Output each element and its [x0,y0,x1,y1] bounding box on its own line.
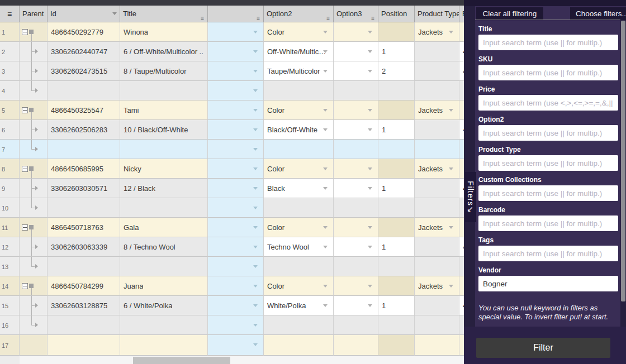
grid-cell-blank[interactable] [208,159,264,179]
grid-cell-blank[interactable] [208,198,264,218]
cell-dropdown-arrow-icon[interactable] [253,343,258,346]
collapse-toggle-icon[interactable] [22,224,28,231]
grid-cell-rownum[interactable]: 8 [0,159,20,179]
grid-cell-option3[interactable] [334,257,378,276]
grid-cell-rownum[interactable]: 4 [0,81,20,100]
cell-dropdown-arrow-icon[interactable] [253,187,258,190]
cell-dropdown-arrow-icon[interactable] [253,109,258,112]
product-type-filter-input[interactable] [478,155,618,171]
grid-cell-blank[interactable] [208,42,264,61]
column-menu-icon[interactable]: ≡ [371,16,374,21]
column-header-rownum[interactable]: ≡ [0,6,20,22]
grid-cell-position[interactable] [378,315,415,335]
cell-dropdown-arrow-icon[interactable] [368,285,372,288]
grid-cell-title[interactable]: 6 / Off-White/Multicolor .. [120,42,208,61]
grid-cell-rownum[interactable]: 10 [0,198,20,218]
hamburger-icon[interactable]: ≡ [3,9,16,18]
cell-dropdown-arrow-icon[interactable] [253,265,258,268]
grid-cell-position[interactable] [378,257,415,276]
grid-cell-product_type[interactable] [415,237,459,257]
grid-cell-option2[interactable] [264,335,334,356]
grid-cell-blank[interactable] [208,257,264,276]
grid-cell-option2[interactable]: Black [264,179,334,198]
cell-dropdown-arrow-icon[interactable] [368,187,372,190]
grid-cell-parent[interactable] [20,159,48,179]
grid-cell-parent[interactable] [20,315,48,335]
option2-filter-input[interactable] [478,125,618,141]
grid-cell-option2[interactable] [264,140,334,159]
grid-cell-option2[interactable] [264,81,334,100]
grid-cell-title[interactable] [120,81,208,100]
column-header-parent[interactable]: Parent [20,6,48,22]
cell-dropdown-arrow-icon[interactable] [323,304,328,307]
grid-cell-option3[interactable] [334,276,378,296]
column-menu-icon[interactable]: ≡ [201,16,204,21]
grid-cell-option3[interactable] [334,159,378,179]
grid-cell-id[interactable]: 4866450685995 [48,159,120,179]
grid-cell-option3[interactable] [334,81,378,100]
panel-scrollbar-thumb[interactable] [621,21,625,301]
horizontal-scrollbar-track[interactable] [20,356,470,364]
grid-cell-id[interactable]: 4866450292779 [48,22,120,42]
cell-dropdown-arrow-icon[interactable] [253,226,258,229]
cell-dropdown-arrow-icon[interactable] [368,246,372,248]
cell-dropdown-arrow-icon[interactable] [368,304,372,307]
grid-cell-option2[interactable] [264,198,334,218]
cell-dropdown-arrow-icon[interactable] [368,109,372,112]
grid-cell-parent[interactable] [20,276,48,296]
grid-cell-option3[interactable] [334,296,378,315]
grid-cell-product_type[interactable]: Jackets [415,159,459,179]
grid-cell-option3[interactable] [334,237,378,257]
cell-dropdown-arrow-icon[interactable] [449,31,453,33]
grid-cell-blank[interactable] [208,237,264,257]
grid-cell-option2[interactable] [264,315,334,335]
grid-cell-parent[interactable] [20,120,48,140]
cell-dropdown-arrow-icon[interactable] [449,109,453,112]
cell-dropdown-arrow-icon[interactable] [253,246,258,248]
grid-cell-option3[interactable] [334,198,378,218]
grid-cell-product_type[interactable] [415,315,459,335]
grid-cell-option3[interactable] [334,140,378,159]
grid-cell-option3[interactable] [334,120,378,140]
grid-cell-option3[interactable] [334,315,378,335]
tags-filter-input[interactable] [478,246,618,261]
grid-cell-product_type[interactable]: Jackets [415,276,459,296]
grid-cell-id[interactable] [48,198,120,218]
cell-dropdown-arrow-icon[interactable] [253,285,258,288]
grid-cell-rownum[interactable]: 17 [0,335,20,356]
collapse-toggle-icon[interactable] [22,107,28,113]
grid-cell-parent[interactable] [20,61,48,81]
grid-cell-position[interactable]: 2 [378,61,415,81]
grid-cell-blank[interactable] [208,22,264,42]
vendor-filter-input[interactable] [478,276,618,291]
grid-cell-rownum[interactable]: 11 [0,218,20,237]
column-header-id[interactable]: Id [48,6,120,22]
grid-cell-parent[interactable] [20,257,48,276]
grid-cell-title[interactable]: Tami [120,100,208,120]
grid-cell-id[interactable]: 4866450718763 [48,218,120,237]
grid-cell-id[interactable]: 33062602506283 [48,120,120,140]
grid-cell-option2[interactable]: Color [264,276,334,296]
grid-cell-title[interactable] [120,257,208,276]
cell-dropdown-arrow-icon[interactable] [368,226,372,229]
cell-dropdown-arrow-icon[interactable] [368,167,372,170]
cell-dropdown-arrow-icon[interactable] [449,226,453,229]
column-menu-icon[interactable]: ≡ [326,16,330,21]
grid-cell-option2[interactable]: White/Polka [264,296,334,315]
column-header-position[interactable]: Position [378,6,415,22]
grid-cell-title[interactable]: Nicky [120,159,208,179]
grid-cell-product_type[interactable] [415,140,459,159]
grid-cell-option3[interactable] [334,179,378,198]
cell-dropdown-arrow-icon[interactable] [368,128,372,131]
grid-cell-rownum[interactable]: 16 [0,315,20,335]
column-menu-icon[interactable]: ≡ [257,16,260,21]
grid-cell-parent[interactable] [20,237,48,257]
grid-cell-parent[interactable] [20,198,48,218]
cell-dropdown-arrow-icon[interactable] [253,148,258,151]
custom-collections-filter-input[interactable] [478,185,618,201]
horizontal-scrollbar-thumb[interactable] [133,357,230,364]
grid-cell-parent[interactable] [20,335,48,356]
grid-cell-product_type[interactable] [415,81,459,100]
grid-cell-id[interactable]: 33062602440747 [48,42,120,61]
clear-all-filtering-button[interactable]: Clear all filtering [476,7,543,20]
